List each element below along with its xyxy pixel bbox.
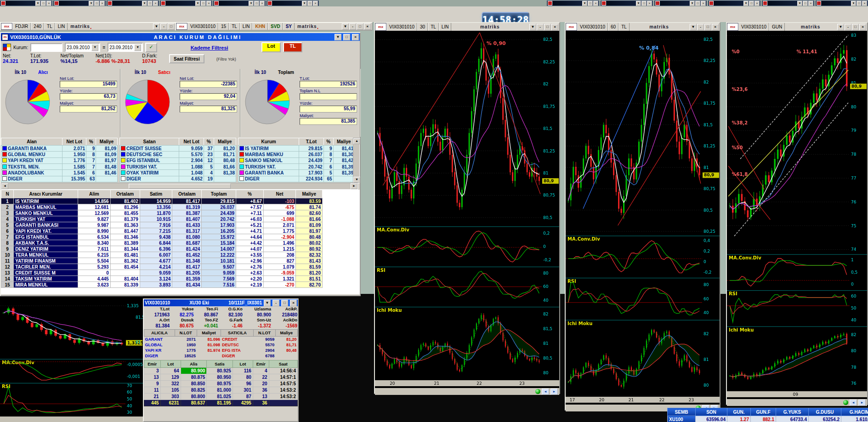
ticker-row[interactable]: XU10063596.041.27882.164733.463254.21.61… <box>668 416 868 422</box>
minimized-window[interactable]: ▼□× <box>708 0 760 6</box>
svd-button[interactable]: SVD <box>268 23 283 30</box>
window-button[interactable]: × <box>313 1 318 6</box>
column-header[interactable]: N <box>1 190 14 198</box>
window-button[interactable]: ▼ <box>302 1 307 6</box>
window-button[interactable]: ▼ <box>636 1 641 6</box>
minimized-window[interactable]: ▼□× <box>267 0 319 6</box>
minimized-window[interactable]: ▼□× <box>601 0 653 6</box>
close-button[interactable]: × <box>712 24 719 30</box>
depth-row[interactable]: 2130380.80081.025871314:53:2 <box>144 394 298 400</box>
fdjir-chart-window[interactable] <box>0 296 143 422</box>
column-header[interactable]: Maliye <box>96 138 118 146</box>
scroll-right-button[interactable]: ► <box>858 399 866 406</box>
table-row[interactable]: TURKISH YAT.20.742681,39 <box>238 163 355 169</box>
table-row[interactable]: DEUTSCHE SEC5.5702381,71 <box>120 152 236 158</box>
minimize-button[interactable]: - <box>349 23 356 30</box>
close-button[interactable]: × <box>352 34 359 40</box>
maximize-button[interactable]: □ <box>357 23 363 30</box>
window-button[interactable]: ▼ <box>690 1 695 6</box>
column-header[interactable]: Alim <box>78 190 111 198</box>
table-row[interactable]: MARBAS MENKU26.037881,30 <box>238 152 355 158</box>
column-header[interactable]: Aracı Kurumlar <box>14 190 78 198</box>
maximize-button[interactable]: □ <box>281 300 288 306</box>
chart-window-titlebar[interactable]: mxVIX0301010GUNmatriks▼-□× <box>727 23 867 31</box>
table-row[interactable]: TURKISH YAT.1.088581,66 <box>120 163 236 169</box>
column-header[interactable]: Maliye <box>296 190 323 198</box>
table-row[interactable]: GARANTI BANKA17.903581,39 <box>238 170 355 176</box>
close-button[interactable]: × <box>290 300 297 306</box>
scroll-left-button[interactable]: ◄ <box>850 399 857 406</box>
window-button[interactable]: × <box>153 1 158 6</box>
column-header[interactable]: SATICILA <box>221 330 254 337</box>
currency-selector[interactable]: TL <box>44 23 55 30</box>
table-row[interactable]: 6YAPI KREDI YAT.8.99081.4477.21581.31716… <box>1 228 323 234</box>
minimized-window[interactable]: ▼□× <box>654 0 707 6</box>
chart-setting[interactable]: TL <box>618 23 630 31</box>
column-header[interactable]: Alan <box>1 138 62 146</box>
column-header[interactable]: Lot <box>233 360 253 368</box>
depth-row[interactable]: 1110580.82581.0003013614:53:2 <box>144 387 298 394</box>
window-button[interactable]: × <box>100 1 105 6</box>
column-header[interactable]: Kurum <box>238 138 299 146</box>
column-header[interactable]: % <box>204 138 214 146</box>
table-row[interactable]: OYAK YATIRIM1.048481,38 <box>120 170 236 176</box>
minimized-window[interactable]: ▼□× <box>213 0 266 6</box>
window-button[interactable]: □ <box>857 1 862 6</box>
window-button[interactable]: ▼ <box>35 1 40 6</box>
fdjir-window-titlebar[interactable]: mx FDJIR 240 TL LIN matriks. ▼ - □ × <box>0 22 184 31</box>
date-from-dropdown[interactable]: 23.09.2010▼ <box>65 43 100 52</box>
window-button[interactable]: × <box>206 1 211 6</box>
rollup-button[interactable]: ▼ <box>690 24 697 30</box>
rollup-button[interactable]: ▼ <box>342 23 349 30</box>
window-button[interactable]: ▼ <box>797 1 802 6</box>
rollup-button[interactable]: ▼ <box>264 300 271 306</box>
window-button[interactable]: □ <box>695 1 700 6</box>
window-button[interactable]: × <box>701 1 706 6</box>
minimized-window[interactable]: ▼□× <box>547 0 599 6</box>
minimized-window[interactable]: ▼□× <box>160 0 212 6</box>
table-row[interactable]: 13CREDIT SUISSE M09.05981.2059.059+2.63-… <box>1 270 323 276</box>
chart-setting[interactable]: LIN <box>439 23 452 31</box>
price-chart-canvas[interactable] <box>375 31 559 386</box>
depth-row[interactable]: 1312980.87580.950802214:57:1 <box>144 374 298 381</box>
table-row[interactable]: GLOBAL195081.098DEUTSC557081,71 <box>144 342 298 348</box>
column-header[interactable]: SON <box>696 408 727 416</box>
column-header[interactable]: N.LOT <box>254 330 275 337</box>
price-chart-canvas[interactable] <box>727 31 867 397</box>
maximize-button[interactable]: □ <box>544 24 551 30</box>
maximize-button[interactable]: □ <box>168 23 175 30</box>
table-row[interactable]: YAPI KR177581.974EFG ISTA290480,48 <box>144 348 298 353</box>
column-header[interactable]: Toplam <box>202 190 236 198</box>
window-button[interactable]: □ <box>201 1 206 6</box>
table-row[interactable]: YAPI KREDI YAT1.776781,97 <box>1 158 118 163</box>
period-selector[interactable]: 240 <box>31 23 44 30</box>
close-button[interactable]: × <box>551 24 558 30</box>
column-header[interactable]: N.LOT <box>175 330 197 337</box>
table-row[interactable]: DİGER15.39563 <box>1 176 118 182</box>
rollup-button[interactable]: ▼ <box>837 24 844 30</box>
column-header[interactable]: % <box>323 138 333 146</box>
table-row[interactable]: 12TACIRLER MEN.5.29381.4544.21481.4179.5… <box>1 264 323 270</box>
table-row[interactable]: 11YATIRIM FINANSM5.50481.3624.67781.3481… <box>1 258 323 264</box>
minimized-window[interactable]: ▼□× <box>816 0 868 6</box>
column-header[interactable]: G.HACIM <box>841 408 868 416</box>
rollup-button[interactable]: ▼ <box>529 24 536 30</box>
table-row[interactable]: CREDIT SUISSE9.0593781,20 <box>120 146 236 152</box>
table-row[interactable]: ANADOLUBANK1.545681,46 <box>1 170 118 176</box>
window-button[interactable]: × <box>260 1 265 6</box>
scroll-left-button[interactable]: ◄ <box>542 388 549 395</box>
chart-window-titlebar[interactable]: mxVIX030101060TLmatriks▼-□× <box>566 23 720 31</box>
column-header[interactable]: Maliyet <box>197 330 221 337</box>
lot-button[interactable]: Lot <box>261 42 281 52</box>
window-button[interactable]: ▼ <box>582 1 587 6</box>
minimized-window[interactable]: ▼□× <box>762 0 814 6</box>
table-row[interactable]: 10TERA MENKUL6.21581.4816.00781.45212.22… <box>1 252 323 258</box>
column-header[interactable]: Satis <box>207 360 233 368</box>
column-header[interactable]: Satim <box>140 190 172 198</box>
depth-row[interactable]: 36480.90080.925116414:56:4 <box>144 368 298 374</box>
window-button[interactable]: □ <box>641 1 647 6</box>
column-header[interactable]: G.DUSU <box>809 408 841 416</box>
column-header[interactable]: Lot <box>160 360 181 368</box>
column-header[interactable]: Net Lot <box>179 138 204 146</box>
window-button[interactable]: × <box>755 1 760 6</box>
